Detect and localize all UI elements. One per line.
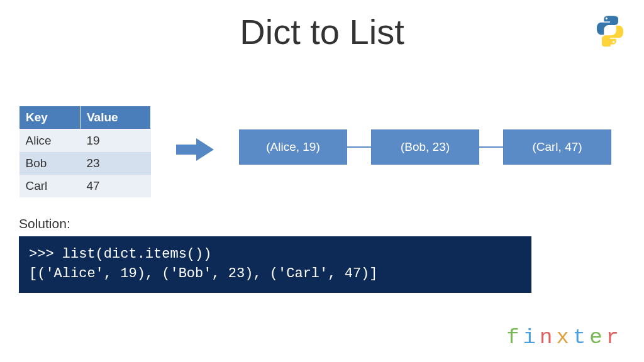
cell-key: Alice: [19, 129, 80, 153]
list-node: (Alice, 19): [239, 129, 347, 165]
code-block: >>> list(dict.items()) [('Alice', 19), (…: [19, 236, 531, 293]
brand-letter: x: [556, 326, 572, 349]
col-key: Key: [19, 106, 80, 129]
cell-value: 47: [80, 175, 150, 197]
cell-value: 19: [80, 129, 150, 153]
python-logo-icon: [594, 14, 626, 49]
brand-logo: finxter: [506, 326, 623, 349]
col-value: Value: [80, 106, 150, 129]
brand-letter: t: [573, 326, 589, 349]
brand-letter: e: [589, 326, 606, 349]
cell-value: 23: [80, 152, 150, 175]
connector-line: [347, 146, 371, 148]
cell-key: Bob: [19, 152, 80, 175]
brand-letter: r: [606, 326, 623, 349]
list-node: (Carl, 47): [503, 129, 611, 165]
table-row: Bob 23: [19, 152, 151, 175]
table-row: Carl 47: [19, 175, 151, 197]
solution-label: Solution:: [19, 216, 70, 231]
table-header-row: Key Value: [19, 106, 151, 129]
list-node: (Bob, 23): [371, 129, 479, 165]
brand-letter: f: [506, 326, 523, 349]
table-row: Alice 19: [19, 129, 151, 153]
brand-letter: n: [540, 326, 556, 349]
cell-key: Carl: [19, 175, 80, 197]
brand-letter: i: [523, 326, 540, 349]
arrow-right-icon: [176, 137, 215, 165]
dict-table: Key Value Alice 19 Bob 23 Carl 47: [19, 106, 151, 197]
linked-list: (Alice, 19) (Bob, 23) (Carl, 47): [239, 129, 611, 165]
page-title: Dict to List: [0, 11, 644, 52]
connector-line: [479, 146, 503, 148]
